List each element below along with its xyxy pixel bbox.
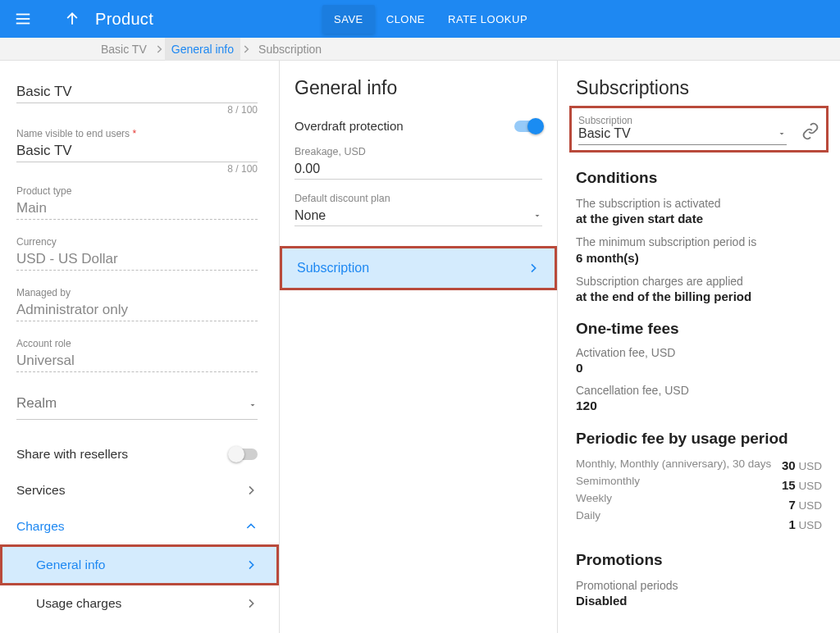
promo-periods-value: Disabled: [576, 594, 822, 608]
chevron-right-icon: [244, 597, 258, 610]
back-up-icon[interactable]: [62, 9, 82, 29]
overdraft-label: Overdraft protection: [294, 119, 404, 133]
nav-usage-charges[interactable]: Usage charges: [16, 585, 258, 622]
nav-services[interactable]: Services: [16, 472, 258, 508]
name-visible-value: Basic TV: [16, 143, 258, 162]
discount-plan-label: Default discount plan: [294, 193, 542, 204]
topbar: Product SAVE CLONE RATE LOOKUP: [0, 0, 840, 38]
account-role-label: Account role: [16, 338, 258, 349]
general-info-title: General info: [280, 77, 557, 99]
currency-field: Currency USD - US Dollar: [16, 236, 258, 271]
dropdown-icon: [532, 211, 542, 221]
account-role-field: Account role Universal: [16, 338, 258, 372]
managed-by-field: Managed by Administrator only: [16, 287, 258, 321]
account-role-value: Universal: [16, 353, 258, 371]
activation-fee-label: Activation fee, USD: [576, 346, 822, 359]
condition-activated-value: at the given start date: [576, 212, 822, 225]
currency-value: USD - US Dollar: [16, 251, 258, 270]
name-value: Basic TV: [16, 84, 258, 102]
chevron-right-icon: [527, 262, 540, 275]
condition-activated-label: The subscription is activated: [576, 195, 822, 212]
managed-by-value: Administrator only: [16, 302, 258, 321]
currency-label: Currency: [16, 236, 258, 248]
periodic-heading: Periodic fee by usage period: [576, 430, 822, 448]
onetime-heading: One-time fees: [576, 320, 822, 338]
nav-charges[interactable]: Charges: [16, 508, 258, 544]
crumb-subscription[interactable]: Subscription: [252, 38, 328, 61]
name-visible-counter: 8 / 100: [227, 163, 258, 175]
dropdown-icon: [248, 400, 258, 410]
cancellation-fee-value: 120: [576, 398, 822, 413]
realm-label: Realm: [16, 395, 57, 414]
name-field[interactable]: Basic TV 8 / 100: [16, 84, 258, 103]
discount-plan-field[interactable]: Default discount plan None: [280, 193, 557, 226]
overdraft-row: Overdraft protection: [280, 119, 557, 133]
condition-min-period-label: The minimum subscription period is: [576, 234, 822, 250]
cancellation-fee-label: Cancellation fee, USD: [576, 384, 822, 397]
save-button[interactable]: SAVE: [322, 5, 375, 34]
breakage-value: 0.00: [294, 162, 320, 176]
overdraft-toggle[interactable]: [514, 121, 542, 132]
nav-general-info[interactable]: General info: [2, 547, 276, 583]
breadcrumb: Basic TV General info Subscription: [0, 38, 840, 61]
chevron-right-icon: [244, 558, 258, 572]
subscription-select-label: Subscription: [578, 115, 787, 126]
breakage-field[interactable]: Breakage, USD 0.00: [280, 146, 557, 180]
crumb-general-info[interactable]: General info: [165, 38, 240, 61]
product-type-value: Main: [16, 200, 258, 219]
general-info-panel: General info Overdraft protection Breaka…: [279, 61, 558, 633]
chevron-right-icon: [240, 43, 252, 55]
managed-by-label: Managed by: [16, 287, 258, 298]
periodic-row-label: Semimonthly: [576, 473, 771, 490]
subscriptions-title: Subscriptions: [576, 77, 822, 99]
subscription-select[interactable]: Subscription Basic TV: [578, 113, 787, 145]
condition-min-period-value: 6 month(s): [576, 251, 822, 265]
periodic-table: Monthly, Monthly (anniversary), 30 days …: [576, 456, 822, 535]
product-type-label: Product type: [16, 185, 258, 197]
crumb-basic-tv[interactable]: Basic TV: [94, 38, 153, 61]
subscription-select-value: Basic TV: [578, 126, 631, 141]
rate-lookup-button[interactable]: RATE LOOKUP: [436, 5, 539, 34]
activation-fee-value: 0: [576, 361, 822, 376]
breakage-label: Breakage, USD: [294, 146, 542, 157]
periodic-row-amount: 15: [782, 478, 796, 492]
realm-field[interactable]: Realm: [16, 395, 258, 420]
name-visible-field[interactable]: Name visible to end users * Basic TV 8 /…: [16, 128, 258, 162]
periodic-row-amount: 7: [788, 498, 795, 512]
chevron-up-icon: [244, 520, 258, 533]
product-sidebar: Basic TV 8 / 100 Name visible to end use…: [0, 61, 279, 633]
periodic-row-amount: 1: [788, 517, 795, 531]
condition-charges-label: Subscription charges are applied: [576, 273, 822, 289]
name-visible-label: Name visible to end users: [16, 128, 130, 139]
menu-icon[interactable]: [13, 9, 33, 29]
conditions-heading: Conditions: [576, 169, 822, 187]
periodic-row-label: Daily: [576, 508, 771, 525]
discount-plan-value: None: [294, 208, 326, 223]
periodic-row-amount: 30: [782, 458, 796, 472]
promo-periods-label: Promotional periods: [576, 577, 822, 594]
chevron-right-icon: [244, 484, 258, 497]
periodic-row-label: Weekly: [576, 490, 771, 508]
product-type-field: Product type Main: [16, 185, 258, 220]
share-resellers-toggle[interactable]: [230, 449, 258, 460]
chevron-right-icon: [153, 43, 165, 55]
periodic-row-label: Monthly, Monthly (anniversary), 30 days: [576, 456, 771, 473]
promotions-heading: Promotions: [576, 551, 822, 569]
dropdown-icon: [777, 129, 787, 139]
page-title: Product: [95, 10, 153, 29]
subscriptions-panel: Subscriptions Subscription Basic TV Cond…: [558, 61, 840, 633]
name-counter: 8 / 100: [227, 104, 258, 116]
link-icon[interactable]: [801, 122, 819, 145]
share-resellers-label: Share with resellers: [16, 447, 128, 462]
share-resellers-row: Share with resellers: [16, 436, 258, 472]
clone-button[interactable]: CLONE: [375, 5, 436, 34]
condition-charges-value: at the end of the billing period: [576, 289, 822, 303]
subscription-nav[interactable]: Subscription: [282, 248, 555, 288]
